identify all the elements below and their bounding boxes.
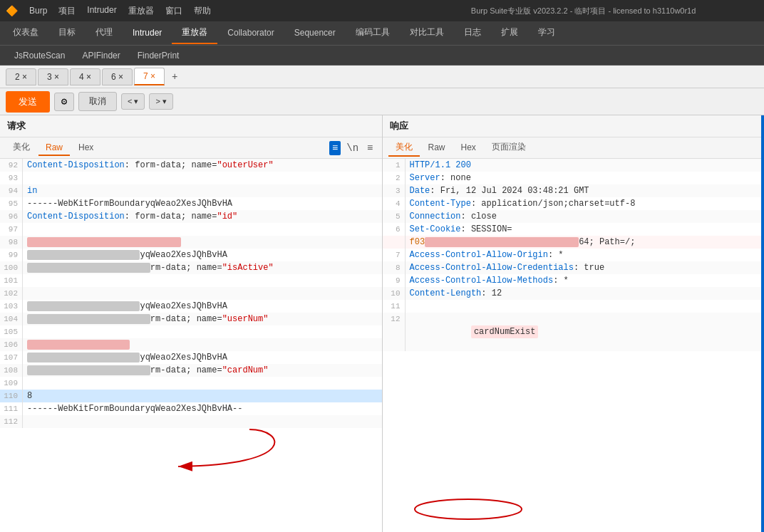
ext-jsroutescan[interactable]: JsRouteScan [6, 48, 73, 63]
response-tab-render[interactable]: 页面渲染 [485, 139, 533, 157]
request-line-96: 96 Content-Disposition: form-data; name=… [0, 210, 382, 223]
request-line-110: 110 8 [0, 390, 382, 402]
request-line-105: 105 [0, 325, 382, 338]
tab-encoder[interactable]: 编码工具 [346, 22, 400, 44]
request-tab-raw[interactable]: Raw [38, 140, 70, 156]
ext-apifinder[interactable]: APIFinder [73, 48, 128, 63]
top-nav: 仪表盘 目标 代理 Intruder 重放器 Collaborator Sequ… [0, 21, 764, 46]
right-accent-bar [761, 115, 764, 532]
prev-button[interactable]: < ▾ [121, 93, 145, 110]
tab-learn[interactable]: 学习 [528, 22, 565, 44]
response-panel: 响应 美化 Raw Hex 页面渲染 1 HTTP/1.1 200 2 Serv… [383, 115, 765, 532]
response-tab-hex[interactable]: Hex [454, 140, 483, 156]
request-line-108: 108 rm-data; name="cardNum" [0, 364, 382, 377]
tab-logger[interactable]: 日志 [454, 22, 491, 44]
attack-tab-7[interactable]: 7 × [134, 68, 165, 85]
response-line-12: 12 cardNumExist [383, 313, 765, 351]
app-logo: 🔶 [6, 5, 18, 16]
response-tab-beautify[interactable]: 美化 [388, 139, 420, 157]
app-name[interactable]: Burp [29, 6, 47, 16]
ext-finderprint[interactable]: FinderPrint [129, 48, 188, 63]
attack-tab-4[interactable]: 4 × [70, 68, 100, 85]
request-line-92: 92 Content-Disposition: form-data; name=… [0, 159, 382, 172]
tab-extensions[interactable]: 扩展 [491, 22, 528, 44]
request-line-109: 109 [0, 377, 382, 390]
request-line-99: 99 yqWeao2XesJQhBvHA [0, 249, 382, 261]
request-line-102: 102 [0, 287, 382, 300]
request-tab-hex[interactable]: Hex [71, 140, 100, 156]
request-line-106: 106 [0, 338, 382, 351]
request-panel-tabs: 美化 Raw Hex ≡ \n ≡ [0, 137, 382, 159]
main-content: 请求 美化 Raw Hex ≡ \n ≡ 92 Content-Disposit… [0, 115, 764, 532]
request-line-107: 107 yqWeao2XesJQhBvHA [0, 351, 382, 364]
svg-point-1 [415, 499, 522, 519]
tab-target[interactable]: 目标 [48, 22, 86, 44]
attack-tab-2[interactable]: 2 × [6, 68, 36, 85]
tab-intruder[interactable]: Intruder [123, 24, 172, 43]
icon-menu[interactable]: ≡ [364, 141, 376, 155]
card-num-exist-value: cardNumExist [471, 325, 538, 338]
request-line-97: 97 [0, 223, 382, 236]
request-line-112: 112 [0, 415, 382, 428]
cancel-button[interactable]: 取消 [78, 92, 117, 111]
tab-comparer[interactable]: 对比工具 [400, 22, 454, 44]
response-panel-tabs: 美化 Raw Hex 页面渲染 [383, 137, 765, 159]
request-line-95: 95 ------WebKitFormBoundaryqWeao2XesJQhB… [0, 197, 382, 210]
request-line-111: 111 ------WebKitFormBoundaryqWeao2XesJQh… [0, 402, 382, 415]
request-line-98: 98 [0, 236, 382, 249]
menu-window[interactable]: 窗口 [165, 5, 182, 17]
request-icons: ≡ \n ≡ [329, 141, 376, 155]
send-button[interactable]: 发送 [6, 91, 50, 113]
response-code-area[interactable]: 1 HTTP/1.1 200 2 Server: none 3 Date: Fr… [383, 159, 765, 532]
request-code-area[interactable]: 92 Content-Disposition: form-data; name=… [0, 159, 382, 532]
menu-repeater[interactable]: 重放器 [128, 5, 154, 17]
response-line-1: 1 HTTP/1.1 200 [383, 159, 765, 172]
request-line-103: 103 yqWeao2XesJQhBvHA [0, 300, 382, 313]
response-line-9: 9 Access-Control-Allow-Methods: * [383, 274, 765, 287]
menu-intruder[interactable]: Intruder [87, 5, 116, 17]
tab-dashboard[interactable]: 仪表盘 [3, 22, 48, 44]
toolbar: 发送 ⚙ 取消 < ▾ > ▾ [0, 88, 764, 115]
response-line-6: 6 Set-Cookie: SESSION= [383, 223, 765, 236]
request-panel-title: 请求 [0, 115, 382, 137]
response-line-2: 2 Server: none [383, 172, 765, 184]
tab-repeater[interactable]: 重放器 [172, 22, 217, 44]
request-line-104: 104 rm-data; name="userNum" [0, 313, 382, 325]
response-line-3: 3 Date: Fri, 12 Jul 2024 03:48:21 GMT [383, 184, 765, 197]
request-line-94: 94 in [0, 184, 382, 197]
tab-sequencer[interactable]: Sequencer [284, 24, 346, 43]
window-title: Burp Suite专业版 v2023.2.2 - 临时项目 - license… [408, 6, 758, 16]
response-line-6b: f03 64; Path=/; [383, 236, 765, 249]
icon-lines[interactable]: ≡ [329, 141, 341, 155]
add-tab-button[interactable]: + [166, 68, 183, 85]
next-button[interactable]: > ▾ [149, 93, 172, 110]
settings-button[interactable]: ⚙ [54, 93, 74, 111]
tab-collaborator[interactable]: Collaborator [217, 24, 284, 43]
response-line-8: 8 Access-Control-Allow-Credentials: true [383, 261, 765, 274]
request-tab-beautify[interactable]: 美化 [6, 139, 37, 157]
attack-tab-6[interactable]: 6 × [102, 68, 133, 85]
response-line-10: 10 Content-Length: 12 [383, 287, 765, 300]
attack-tabs-bar: 2 × 3 × 4 × 6 × 7 × + [0, 66, 764, 88]
tab-proxy[interactable]: 代理 [86, 22, 123, 44]
attack-tab-3[interactable]: 3 × [38, 68, 68, 85]
response-tab-raw[interactable]: Raw [421, 140, 453, 156]
title-bar: 🔶 Burp 项目 Intruder 重放器 窗口 帮助 Burp Suite专… [0, 0, 764, 21]
response-line-4: 4 Content-Type: application/json;charset… [383, 197, 765, 210]
response-line-7: 7 Access-Control-Allow-Origin: * [383, 249, 765, 261]
request-line-101: 101 [0, 274, 382, 287]
menu-bar: 项目 Intruder 重放器 窗口 帮助 [58, 5, 408, 17]
request-line-93: 93 [0, 172, 382, 184]
menu-project[interactable]: 项目 [58, 5, 76, 17]
request-line-100: 100 rm-data; name="isActive" [0, 261, 382, 274]
menu-help[interactable]: 帮助 [194, 5, 211, 17]
response-line-5: 5 Connection: close [383, 210, 765, 223]
response-panel-title: 响应 [383, 115, 765, 137]
extension-nav: JsRouteScan APIFinder FinderPrint [0, 46, 764, 66]
request-panel: 请求 美化 Raw Hex ≡ \n ≡ 92 Content-Disposit… [0, 115, 383, 532]
response-line-11: 11 [383, 300, 765, 313]
icon-newline[interactable]: \n [344, 141, 361, 155]
